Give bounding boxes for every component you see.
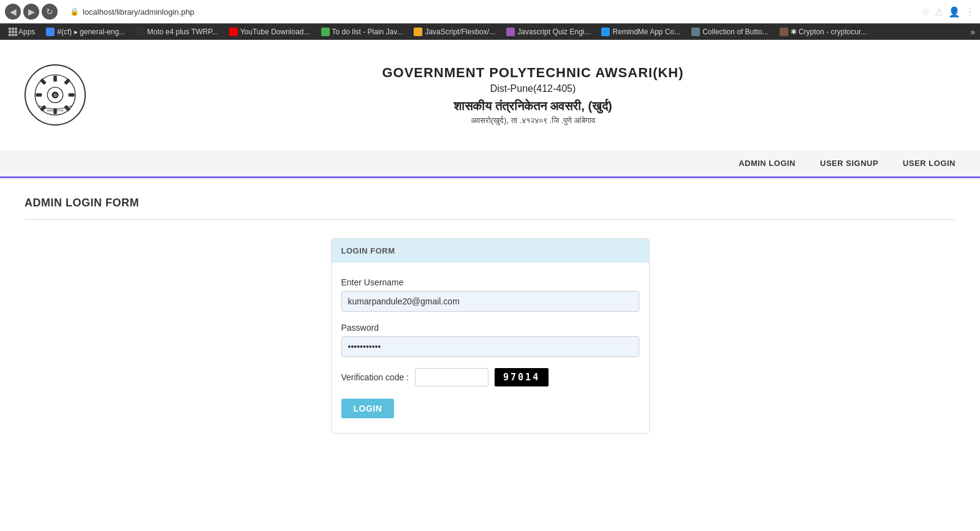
bookmarks-more-button[interactable]: » — [970, 27, 975, 37]
svg-rect-4 — [36, 93, 42, 97]
bm9-icon — [780, 28, 788, 36]
menu-icon[interactable]: ⋮ — [965, 6, 975, 18]
nav-bar: ADMIN LOGIN USER SIGNUP USER LOGIN — [0, 150, 980, 178]
forward-button[interactable]: ▶ — [23, 4, 39, 20]
svg-rect-2 — [53, 76, 57, 82]
address-bar[interactable]: 🔒 localhost/library/adminlogin.php — [63, 5, 916, 19]
institution-logo: ⚙ MAHARASHTRA — [25, 64, 86, 126]
nav-links: ADMIN LOGIN USER SIGNUP USER LOGIN — [739, 159, 955, 168]
verification-input[interactable] — [415, 368, 488, 386]
login-button[interactable]: LOGIN — [341, 399, 395, 418]
login-card: LOGIN FORM Enter Username Password Verif… — [331, 238, 650, 434]
account-icon[interactable]: 👤 — [948, 6, 960, 18]
svg-text:⚙: ⚙ — [53, 93, 57, 97]
page-title: ADMIN LOGIN FORM — [25, 197, 955, 209]
bm4-icon — [321, 28, 330, 36]
password-group: Password — [341, 323, 639, 357]
header-text: GOVERNMENT POLYTECHNIC AWSARI(KH) Dist-P… — [110, 65, 955, 126]
password-label: Password — [341, 323, 639, 333]
logo-area: ⚙ MAHARASHTRA — [25, 64, 86, 126]
browser-chrome: ◀ ▶ ↻ 🔒 localhost/library/adminlogin.php… — [0, 0, 980, 40]
title-divider — [25, 219, 955, 220]
bookmark-bm3[interactable]: YouTube Download... — [226, 26, 314, 37]
profile-icon[interactable]: ⚠ — [935, 6, 943, 18]
url-text: localhost/library/adminlogin.php — [83, 7, 909, 17]
apps-bookmark[interactable]: Apps — [5, 26, 39, 37]
svg-text:MAHARASHTRA: MAHARASHTRA — [47, 110, 64, 112]
nav-user-signup[interactable]: USER SIGNUP — [820, 159, 878, 168]
username-label: Enter Username — [341, 277, 639, 287]
svg-rect-6 — [40, 78, 47, 85]
bookmark-bm7[interactable]: RemindMe App Co... — [598, 26, 684, 37]
back-button[interactable]: ◀ — [5, 4, 21, 20]
bm3-label: YouTube Download... — [240, 28, 310, 36]
star-icon[interactable]: ☆ — [921, 6, 930, 18]
district-text: Dist-Pune(412-405) — [110, 83, 955, 94]
marathi-name: शासकीय तंत्रनिकेतन अवसरी, (खुर्द) — [110, 99, 955, 113]
svg-rect-7 — [64, 105, 70, 111]
bm6-icon — [506, 28, 515, 36]
bookmark-bm2[interactable]: Moto e4 plus TWRP... — [132, 26, 222, 37]
bookmark-bm8[interactable]: Collection of Butto... — [688, 26, 772, 37]
bm6-label: Javascript Quiz Engi... — [517, 28, 590, 36]
page-body: ADMIN LOGIN FORM LOGIN FORM Enter Userna… — [0, 178, 980, 452]
bm5-icon — [414, 28, 422, 36]
bm2-label: Moto e4 plus TWRP... — [147, 28, 218, 36]
username-input[interactable] — [341, 291, 639, 312]
nav-admin-login[interactable]: ADMIN LOGIN — [739, 159, 796, 168]
lock-icon: 🔒 — [70, 7, 79, 16]
refresh-button[interactable]: ↻ — [42, 4, 58, 20]
svg-rect-8 — [64, 78, 70, 85]
toolbar-right: ☆ ⚠ 👤 ⋮ — [921, 6, 975, 18]
page-content: ⚙ MAHARASHTRA GOVERNMENT POLYTECHNIC AWS… — [0, 40, 980, 522]
bookmark-bm4[interactable]: To do list - Plain Jav... — [317, 26, 407, 37]
bookmark-bm1[interactable]: #(cf) ▸ general-eng... — [42, 26, 129, 37]
apps-label: Apps — [18, 28, 35, 36]
bm4-label: To do list - Plain Jav... — [332, 28, 403, 36]
bm7-icon — [601, 28, 610, 36]
bm1-icon — [46, 28, 55, 36]
browser-toolbar: ◀ ▶ ↻ 🔒 localhost/library/adminlogin.php… — [0, 0, 980, 23]
svg-rect-9 — [40, 105, 47, 111]
site-header: ⚙ MAHARASHTRA GOVERNMENT POLYTECHNIC AWS… — [0, 40, 980, 150]
login-card-body: Enter Username Password Verification cod… — [332, 263, 649, 433]
bookmark-bm9[interactable]: ✱ Crypton - cryptocur... — [776, 26, 871, 37]
bm5-label: JavaScript/Flexbox/... — [425, 28, 495, 36]
bookmark-bm6[interactable]: Javascript Quiz Engi... — [503, 26, 594, 37]
username-group: Enter Username — [341, 277, 639, 312]
nav-buttons: ◀ ▶ ↻ — [5, 4, 58, 20]
password-input[interactable] — [341, 336, 639, 357]
nav-user-login[interactable]: USER LOGIN — [903, 159, 955, 168]
bm3-icon — [229, 28, 238, 36]
verification-row: Verification code : 97014 — [341, 368, 639, 386]
marathi-address: अवसरो(खुर्द), ता .४१२४०९ .जि .पुणे आंबेग… — [110, 116, 955, 126]
bm9-label: ✱ Crypton - cryptocur... — [791, 28, 867, 36]
login-card-header: LOGIN FORM — [332, 239, 649, 263]
institution-name: GOVERNMENT POLYTECHNIC AWSARI(KH) — [110, 65, 955, 81]
bm1-label: #(cf) ▸ general-eng... — [57, 28, 125, 36]
captcha-display: 97014 — [495, 368, 549, 386]
bm7-label: RemindMe App Co... — [612, 28, 680, 36]
bookmarks-bar: Apps #(cf) ▸ general-eng... Moto e4 plus… — [0, 23, 980, 40]
bm2-icon — [136, 28, 145, 36]
bm8-icon — [691, 28, 700, 36]
bm8-label: Collection of Butto... — [702, 28, 768, 36]
svg-rect-5 — [69, 93, 75, 97]
bookmark-bm5[interactable]: JavaScript/Flexbox/... — [410, 26, 499, 37]
apps-grid-icon — [9, 28, 17, 36]
verification-label: Verification code : — [341, 372, 409, 382]
